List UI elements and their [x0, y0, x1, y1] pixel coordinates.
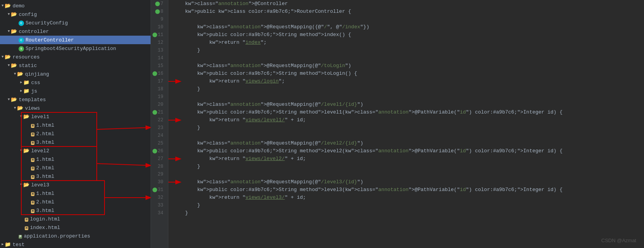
- line-number-15: 15: [151, 62, 165, 70]
- code-line-27: kw">return "views/level2/" + id;: [173, 155, 644, 163]
- line-number-14: 14: [151, 54, 165, 62]
- tree-item-controller[interactable]: ▼📂controller: [0, 27, 151, 36]
- code-line-28: }: [173, 163, 644, 170]
- code-line-34: }: [173, 209, 644, 217]
- tree-item-views[interactable]: ▼📂views: [0, 104, 151, 112]
- tree-item-css[interactable]: ►📁css: [0, 78, 151, 87]
- tree-item-RouterController[interactable]: CRouterController: [0, 36, 151, 44]
- line-number-29: 29: [151, 170, 165, 178]
- tree-item-resources[interactable]: ▼📂resources: [0, 53, 151, 61]
- tree-item-l1-2[interactable]: H2.html: [0, 129, 151, 138]
- code-line-10: kw">class="annotation">@RequestMapping({…: [173, 23, 644, 31]
- tree-item-application.properties[interactable]: Papplication.properties: [0, 232, 151, 240]
- tree-item-l3-1[interactable]: H1.html: [0, 189, 151, 198]
- line-number-30: 30: [151, 178, 165, 186]
- line-number-22: 22: [151, 116, 165, 124]
- tree-item-js[interactable]: ►📁js: [0, 87, 151, 95]
- code-line-14: [173, 54, 644, 62]
- code-area[interactable]: 7891011121314151617181920212223242526272…: [151, 0, 644, 248]
- code-line-21: kw">public color:#a9b7c6;">String method…: [173, 108, 644, 116]
- code-line-7: kw">class="annotation">@Controller: [173, 0, 644, 8]
- code-line-33: }: [173, 202, 644, 209]
- tree-item-l2-2[interactable]: H2.html: [0, 164, 151, 172]
- code-line-29: [173, 170, 644, 178]
- line-number-24: 24: [151, 132, 165, 140]
- line-number-13: 13: [151, 46, 165, 54]
- code-line-9: [173, 16, 644, 23]
- code-line-20: kw">class="annotation">@RequestMapping(@…: [173, 101, 644, 108]
- code-line-12: kw">return "index";: [173, 39, 644, 46]
- line-number-21: 21: [151, 108, 165, 116]
- code-line-30: kw">class="annotation">@RequestMapping(@…: [173, 178, 644, 186]
- tree-item-index.html[interactable]: Hindex.html: [0, 223, 151, 232]
- tree-item-l1-3[interactable]: H3.html: [0, 138, 151, 146]
- line-numbers: 7891011121314151617181920212223242526272…: [151, 0, 168, 248]
- tree-item-level2[interactable]: ▼📂level2: [0, 146, 151, 155]
- tree-item-SecurityConfig[interactable]: CSecurityConfig: [0, 19, 151, 27]
- code-editor-panel: 7891011121314151617181920212223242526272…: [151, 0, 644, 248]
- line-number-7: 7: [151, 0, 165, 8]
- code-line-8: kw">public kw">class color:#a9b7c6;">Rou…: [173, 8, 644, 16]
- line-number-27: 27: [151, 155, 165, 163]
- code-line-18: }: [173, 85, 644, 93]
- line-number-25: 25: [151, 140, 165, 147]
- tree-item-l2-1[interactable]: H1.html: [0, 155, 151, 164]
- line-number-33: 33: [151, 202, 165, 209]
- code-line-26: kw">public color:#a9b7c6;">String method…: [173, 147, 644, 155]
- code-line-31: kw">public color:#a9b7c6;">String method…: [173, 186, 644, 194]
- line-number-10: 10: [151, 23, 165, 31]
- file-tree[interactable]: ▼📂demo▼📂configCSecurityConfig▼📂controlle…: [0, 0, 151, 248]
- code-line-19: [173, 93, 644, 101]
- code-line-15: kw">class="annotation">@RequestMapping(@…: [173, 62, 644, 70]
- code-line-16: kw">public color:#a9b7c6;">String method…: [173, 70, 644, 78]
- tree-item-qinjiang[interactable]: ▼📂qinjiang: [0, 70, 151, 78]
- tree-item-login.html[interactable]: Hlogin.html: [0, 215, 151, 223]
- code-line-17: kw">return "views/login";: [173, 78, 644, 85]
- tree-item-test[interactable]: ►📁test: [0, 240, 151, 248]
- tree-item-templates[interactable]: ▼📂templates: [0, 95, 151, 104]
- line-number-26: 26: [151, 147, 165, 155]
- line-number-8: 8: [151, 8, 165, 16]
- code-line-32: kw">return "views/level3/" + id;: [173, 194, 644, 202]
- tree-item-Springboot4SecurityApplication[interactable]: SSpringboot4SecurityApplication: [0, 44, 151, 53]
- line-number-9: 9: [151, 16, 165, 23]
- code-line-25: kw">class="annotation">@RequestMapping(@…: [173, 140, 644, 147]
- code-content: kw">class="annotation">@Controller kw">p…: [168, 0, 644, 248]
- line-number-19: 19: [151, 93, 165, 101]
- line-number-12: 12: [151, 39, 165, 46]
- tree-item-static[interactable]: ▼📂static: [0, 61, 151, 70]
- line-number-11: 11: [151, 31, 165, 39]
- line-number-17: 17: [151, 78, 165, 85]
- tree-item-l1-1[interactable]: H1.html: [0, 121, 151, 129]
- code-line-22: kw">return "views/level1/" + id;: [173, 116, 644, 124]
- line-number-31: 31: [151, 186, 165, 194]
- line-number-34: 34: [151, 209, 165, 217]
- line-number-23: 23: [151, 124, 165, 132]
- tree-item-l2-3[interactable]: H3.html: [0, 172, 151, 181]
- tree-item-l3-3[interactable]: H3.html: [0, 206, 151, 215]
- line-number-28: 28: [151, 163, 165, 170]
- code-line-23: }: [173, 124, 644, 132]
- code-line-11: kw">public color:#a9b7c6;">String method…: [173, 31, 644, 39]
- code-line-24: [173, 132, 644, 140]
- line-number-20: 20: [151, 101, 165, 108]
- tree-item-level1[interactable]: ▼📂level1: [0, 112, 151, 121]
- line-number-18: 18: [151, 85, 165, 93]
- tree-item-config[interactable]: ▼📂config: [0, 10, 151, 19]
- file-tree-panel: ▼📂demo▼📂configCSecurityConfig▼📂controlle…: [0, 0, 151, 248]
- line-number-32: 32: [151, 194, 165, 202]
- code-line-13: }: [173, 46, 644, 54]
- line-number-16: 16: [151, 70, 165, 78]
- tree-item-l3-2[interactable]: H2.html: [0, 198, 151, 206]
- tree-item-level3[interactable]: ▼📂level3: [0, 181, 151, 189]
- tree-item-demo[interactable]: ▼📂demo: [0, 2, 151, 10]
